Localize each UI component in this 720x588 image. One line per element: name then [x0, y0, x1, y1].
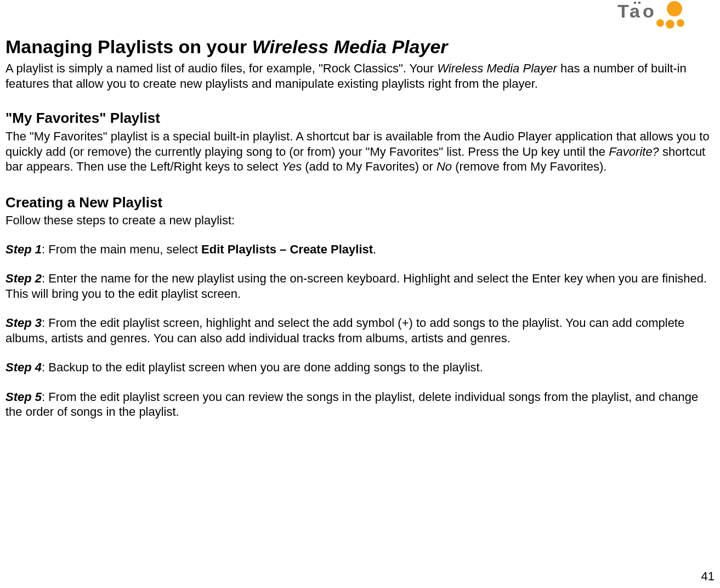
- svg-point-3: [634, 2, 637, 4]
- fav-part1: The "My Favorites" playlist is a special…: [5, 129, 710, 159]
- fav-italic2: Yes: [281, 160, 302, 173]
- step-3: Step 3: From the edit playlist screen, h…: [5, 315, 715, 346]
- svg-text:a: a: [630, 1, 640, 21]
- step-1-before: : From the main menu, select: [42, 242, 201, 256]
- svg-point-7: [666, 20, 674, 29]
- fav-italic1: Favorite?: [609, 145, 659, 159]
- step-2: Step 2: Enter the name for the new playl…: [5, 271, 715, 301]
- intro-product: Wireless Media Player: [437, 61, 557, 75]
- page-title: Managing Playlists on your Wireless Medi…: [5, 36, 715, 58]
- step-1-label: Step 1: [5, 242, 42, 256]
- svg-point-5: [667, 1, 682, 16]
- creating-heading: Creating a New Playlist: [5, 194, 715, 211]
- intro-paragraph: A playlist is simply a named list of aud…: [5, 61, 715, 91]
- svg-point-8: [677, 19, 684, 27]
- title-italic: Wireless Media Player: [252, 36, 448, 57]
- step-4: Step 4: Backup to the edit playlist scre…: [5, 360, 715, 375]
- svg-text:o: o: [643, 1, 654, 21]
- step-2-label: Step 2: [5, 272, 42, 285]
- tao-logo-icon: T a o: [617, 1, 713, 30]
- step-4-before: : Backup to the edit playlist screen whe…: [42, 360, 483, 374]
- fav-part3: (add to My Favorites) or: [302, 160, 436, 173]
- page-number: 41: [701, 569, 715, 584]
- favorites-paragraph: The "My Favorites" playlist is a special…: [5, 129, 715, 174]
- document-page: T a o Managing Playlists on your Wireles…: [0, 0, 720, 420]
- step-5: Step 5: From the edit playlist screen yo…: [5, 389, 715, 420]
- step-1-after: .: [373, 242, 376, 256]
- step-2-before: : Enter the name for the new playlist us…: [5, 272, 707, 301]
- svg-text:T: T: [617, 1, 629, 21]
- favorites-heading: "My Favorites" Playlist: [5, 110, 715, 127]
- step-5-label: Step 5: [5, 390, 42, 404]
- svg-point-4: [638, 2, 641, 4]
- step-1-bold: Edit Playlists – Create Playlist: [201, 242, 373, 256]
- step-4-label: Step 4: [5, 360, 42, 374]
- step-5-before: : From the edit playlist screen you can …: [5, 390, 698, 419]
- step-3-before: : From the edit playlist screen, highlig…: [5, 316, 684, 345]
- title-prefix: Managing Playlists on your: [5, 36, 252, 57]
- intro-part1: A playlist is simply a named list of aud…: [5, 61, 437, 75]
- fav-part4: (remove from My Favorites).: [452, 160, 606, 173]
- step-3-label: Step 3: [5, 316, 42, 330]
- brand-logo: T a o: [617, 1, 713, 30]
- creating-intro: Follow these steps to create a new playl…: [5, 213, 715, 228]
- fav-italic3: No: [436, 160, 452, 173]
- step-1: Step 1: From the main menu, select Edit …: [5, 242, 715, 257]
- svg-point-6: [656, 19, 664, 27]
